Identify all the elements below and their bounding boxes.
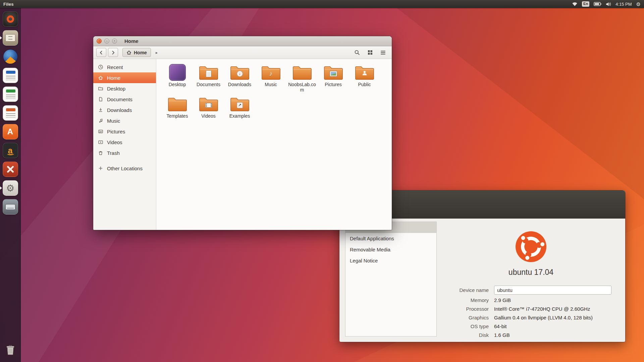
launcher-item-libreoffice-writer[interactable]	[0, 66, 21, 85]
folder-icon	[323, 63, 344, 82]
sidebar-item-trash[interactable]: Trash	[93, 147, 156, 158]
field-processor: Processor Intel® Core™ i7-4720HQ CPU @ 2…	[440, 305, 622, 313]
menu-button[interactable]	[377, 48, 389, 57]
close-button[interactable]: ×	[97, 39, 102, 44]
file-item-templates[interactable]: Templates	[162, 95, 193, 119]
files-icon	[3, 30, 18, 46]
minimize-button[interactable]: −	[104, 39, 109, 44]
files-toolbar: Home ▸	[93, 46, 392, 59]
files-titlebar[interactable]: × − + Home	[93, 36, 392, 46]
field-value: 1.6 GB	[494, 332, 510, 338]
clock[interactable]: 4:15 PM	[615, 2, 632, 7]
file-item-music[interactable]: ♪ Music	[255, 63, 286, 93]
file-item-downloads[interactable]: ↓ Downloads	[224, 63, 255, 93]
sidebar-item-desktop[interactable]: Desktop	[93, 83, 156, 94]
ubuntu-logo	[516, 231, 546, 262]
field-device-name: Device name	[440, 285, 622, 295]
details-list-item-default-applications[interactable]: Default Applications	[345, 233, 436, 244]
forward-button[interactable]	[108, 48, 118, 57]
grid-icon	[368, 50, 373, 55]
file-item-desktop[interactable]: Desktop	[162, 63, 193, 93]
search-button[interactable]	[351, 48, 363, 57]
music-emblem: ♪	[269, 70, 273, 77]
field-value: Intel® Core™ i7-4720HQ CPU @ 2.60GHz	[494, 306, 590, 312]
files-window: × − + Home Home ▸ Recent	[93, 36, 392, 230]
launcher-item-firefox[interactable]	[0, 47, 21, 66]
files-sidebar: Recent Home Desktop Documents Downloads …	[93, 59, 156, 230]
file-item-public[interactable]: Public	[349, 63, 380, 93]
trash-icon	[98, 150, 103, 156]
hamburger-icon	[380, 50, 386, 55]
details-list-item-removable-media[interactable]: Removable Media	[345, 244, 436, 255]
photo-emblem	[330, 71, 337, 76]
maximize-button[interactable]: +	[112, 39, 117, 44]
sidebar-item-music[interactable]: Music	[93, 115, 156, 126]
launcher-item-libreoffice-impress[interactable]	[0, 104, 21, 122]
sidebar-item-downloads[interactable]: Downloads	[93, 105, 156, 115]
field-value: 2.9 GiB	[494, 297, 511, 303]
home-icon	[98, 75, 103, 80]
folder-icon: ↓	[229, 63, 251, 82]
running-indicator	[0, 36, 2, 40]
sidebar-item-pictures[interactable]: Pictures	[93, 126, 156, 137]
file-item-pictures[interactable]: Pictures	[318, 63, 349, 93]
back-button[interactable]	[96, 48, 106, 57]
download-emblem: ↓	[237, 71, 243, 77]
app-menu-files[interactable]: Files	[3, 2, 14, 7]
file-item-videos[interactable]: Videos	[193, 95, 224, 119]
launcher-item-amazon[interactable]: a	[0, 141, 21, 160]
network-icon[interactable]	[572, 2, 578, 6]
field-label: Disk	[440, 332, 489, 338]
volume-icon[interactable]	[606, 2, 611, 6]
details-section-list: Default Applications Removable Media Leg…	[345, 222, 437, 337]
sidebar-item-documents[interactable]: Documents	[93, 94, 156, 105]
unity-launcher: A a ⚙	[0, 8, 21, 362]
pathbar-label: Home	[134, 50, 147, 55]
picture-icon	[98, 129, 103, 134]
sidebar-item-other-locations[interactable]: Other Locations	[93, 163, 156, 174]
firefox-icon	[3, 49, 18, 64]
field-os-type: OS type 64-bit	[440, 322, 622, 330]
document-icon	[98, 97, 103, 102]
file-item-documents[interactable]: Documents	[193, 63, 224, 93]
launcher-item-software-updater[interactable]	[0, 160, 21, 179]
sidebar-item-recent[interactable]: Recent	[93, 62, 156, 72]
os-version-title: ubuntu 17.04	[440, 268, 622, 277]
battery-icon[interactable]	[594, 2, 601, 6]
session-gear-icon[interactable]: ⚙	[636, 2, 641, 7]
ubuntu-dash-icon	[3, 11, 18, 27]
file-item-noobslab[interactable]: NoobsLab.com	[286, 63, 318, 93]
sidebar-item-videos[interactable]: Videos	[93, 137, 156, 147]
folder-icon	[198, 95, 219, 113]
keyboard-layout-indicator[interactable]: En	[582, 1, 589, 6]
settings-details-panel: Default Applications Removable Media Leg…	[339, 219, 625, 342]
music-note-icon	[98, 118, 103, 123]
software-updater-icon	[3, 162, 18, 177]
sidebar-item-home[interactable]: Home	[93, 72, 156, 83]
clock-icon	[98, 64, 103, 70]
pathbar-expander[interactable]: ▸	[153, 48, 161, 57]
files-icon-grid: Desktop Documents ↓ Downloads	[156, 59, 392, 230]
launcher-item-libreoffice-calc[interactable]	[0, 85, 21, 104]
device-name-input[interactable]	[494, 286, 611, 295]
pathbar-home-button[interactable]: Home	[122, 48, 151, 57]
launcher-item-system-settings[interactable]: ⚙	[0, 179, 21, 197]
field-label: Graphics	[440, 315, 489, 320]
launcher-item-trash[interactable]	[0, 341, 21, 359]
launcher-item-files[interactable]	[0, 28, 21, 47]
ubuntu-software-icon: A	[3, 124, 18, 139]
launcher-item-ubuntu-software[interactable]: A	[0, 122, 21, 141]
details-list-item-legal-notice[interactable]: Legal Notice	[345, 255, 436, 266]
libreoffice-writer-icon	[3, 68, 18, 83]
view-grid-button[interactable]	[364, 48, 376, 57]
video-icon	[98, 139, 103, 145]
launcher-item-ubuntu-dash[interactable]	[0, 10, 21, 28]
person-emblem	[362, 70, 367, 77]
launcher-item-disks[interactable]	[0, 197, 21, 216]
folder-icon	[198, 63, 219, 82]
field-graphics: Graphics Gallium 0.4 on llvmpipe (LLVM 4…	[440, 314, 622, 321]
field-label: Device name	[440, 287, 489, 293]
trash-icon	[3, 342, 18, 358]
folder-icon	[291, 63, 313, 82]
file-item-examples[interactable]: ↗ Examples	[224, 95, 255, 119]
